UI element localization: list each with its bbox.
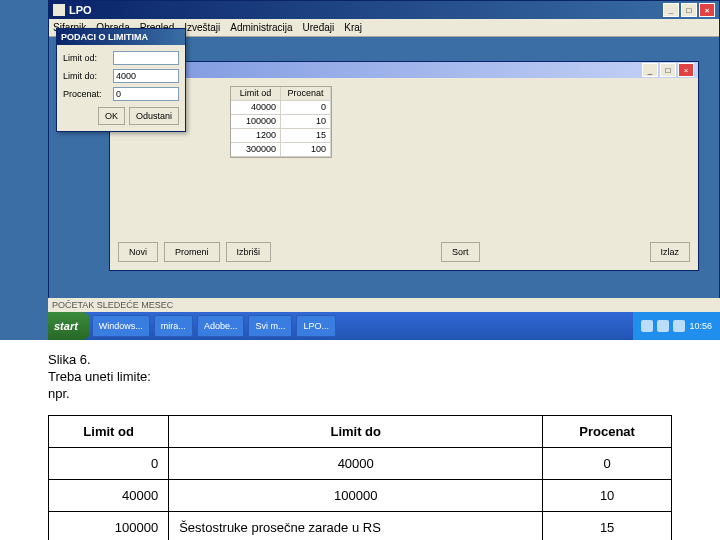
th-limit-do: Limit do [169, 416, 543, 448]
dialog-titlebar: PODACI O LIMITIMA [57, 29, 185, 45]
odustani-button[interactable]: Odustani [129, 107, 179, 125]
data-grid[interactable]: Limit od Procenat 40000 0 100000 10 1200… [230, 86, 332, 158]
limit-do-label: Limit do: [63, 71, 113, 81]
inner-minimize-button[interactable]: _ [642, 63, 658, 77]
td: 0 [49, 448, 169, 480]
tray-icon[interactable] [657, 320, 669, 332]
table-header-row: Limit od Limit do Procenat [49, 416, 672, 448]
td: 40000 [49, 480, 169, 512]
table-row[interactable]: 1200 15 [231, 129, 331, 143]
td: 40000 [169, 448, 543, 480]
izbrisi-button[interactable]: Izbriši [226, 242, 272, 262]
inner-close-button[interactable]: × [678, 63, 694, 77]
status-bar: POČETAK SLEDEĆE MESEC [48, 298, 720, 312]
outer-window-title: LPO [69, 4, 92, 16]
table-row[interactable]: 40000 0 [231, 101, 331, 115]
novi-button[interactable]: Novi [118, 242, 158, 262]
limits-dialog: PODACI O LIMITIMA Limit od: Limit do: Pr… [56, 28, 186, 132]
inner-maximize-button[interactable]: □ [660, 63, 676, 77]
tray-icon[interactable] [673, 320, 685, 332]
inner-titlebar: _ □ × [110, 62, 698, 78]
table-row: 0 40000 0 [49, 448, 672, 480]
taskbar-item[interactable]: Adobe... [197, 315, 245, 337]
th-procenat: Procenat [543, 416, 672, 448]
grid-cell: 0 [281, 101, 331, 115]
table-row: 40000 100000 10 [49, 480, 672, 512]
sort-button[interactable]: Sort [441, 242, 480, 262]
ok-button[interactable]: OK [98, 107, 125, 125]
inner-window: _ □ × Limit od Procenat 40000 0 100000 [109, 61, 699, 271]
table-row[interactable]: 300000 100 [231, 143, 331, 157]
limit-do-input[interactable] [113, 69, 179, 83]
grid-cell: 15 [281, 129, 331, 143]
clock: 10:56 [689, 321, 712, 331]
grid-header-row: Limit od Procenat [231, 87, 331, 101]
grid-cell: 100 [281, 143, 331, 157]
figure-caption: Slika 6. [48, 352, 672, 367]
limit-od-input[interactable] [113, 51, 179, 65]
taskbar: start Windows... mira... Adobe... Svi m.… [48, 312, 720, 340]
td: 100000 [49, 512, 169, 541]
taskbar-item[interactable]: Svi m... [248, 315, 292, 337]
tray-icon[interactable] [641, 320, 653, 332]
dialog-body: Limit od: Limit do: Procenat: OK Odustan… [57, 45, 185, 131]
close-button[interactable]: × [699, 3, 715, 17]
start-button[interactable]: start [48, 312, 90, 340]
system-tray[interactable]: 10:56 [633, 312, 720, 340]
th-limit-od: Limit od [49, 416, 169, 448]
start-label: start [54, 320, 78, 332]
table-row: 100000 Šestostruke prosečne zarade u RS … [49, 512, 672, 541]
grid-header-procenat: Procenat [281, 87, 331, 101]
doc-line: npr. [48, 386, 672, 401]
screenshot-region: LPO _ □ × Sifarnik Obrada Pregled Izvešt… [0, 0, 720, 340]
menu-administracija[interactable]: Administracija [230, 22, 292, 33]
taskbar-item[interactable]: Windows... [92, 315, 150, 337]
izlaz-button[interactable]: Izlaz [650, 242, 691, 262]
procenat-input[interactable] [113, 87, 179, 101]
dialog-title: PODACI O LIMITIMA [61, 32, 148, 42]
limits-table: Limit od Limit do Procenat 0 40000 0 400… [48, 415, 672, 540]
app-icon [53, 4, 65, 16]
limit-od-label: Limit od: [63, 53, 113, 63]
grid-cell: 10 [281, 115, 331, 129]
td: 15 [543, 512, 672, 541]
grid-cell: 40000 [231, 101, 281, 115]
grid-header-limitod: Limit od [231, 87, 281, 101]
taskbar-item[interactable]: LPO... [296, 315, 336, 337]
status-text: POČETAK SLEDEĆE MESEC [52, 300, 173, 310]
table-row[interactable]: 100000 10 [231, 115, 331, 129]
minimize-button[interactable]: _ [663, 3, 679, 17]
inner-body: Limit od Procenat 40000 0 100000 10 1200… [110, 78, 698, 270]
taskbar-item[interactable]: mira... [154, 315, 193, 337]
td: Šestostruke prosečne zarade u RS [169, 512, 543, 541]
promeni-button[interactable]: Promeni [164, 242, 220, 262]
menu-kraj[interactable]: Kraj [344, 22, 362, 33]
grid-cell: 100000 [231, 115, 281, 129]
td: 100000 [169, 480, 543, 512]
doc-line: Treba uneti limite: [48, 369, 672, 384]
menu-izvestaji[interactable]: Izveštaji [184, 22, 220, 33]
outer-titlebar: LPO _ □ × [49, 1, 719, 19]
grid-cell: 300000 [231, 143, 281, 157]
button-row: Novi Promeni Izbriši Sort Izlaz [118, 242, 690, 262]
procenat-label: Procenat: [63, 89, 113, 99]
document-section: Slika 6. Treba uneti limite: npr. Limit … [0, 340, 720, 540]
td: 0 [543, 448, 672, 480]
menu-uredjaji[interactable]: Uređaji [303, 22, 335, 33]
td: 10 [543, 480, 672, 512]
maximize-button[interactable]: □ [681, 3, 697, 17]
grid-cell: 1200 [231, 129, 281, 143]
